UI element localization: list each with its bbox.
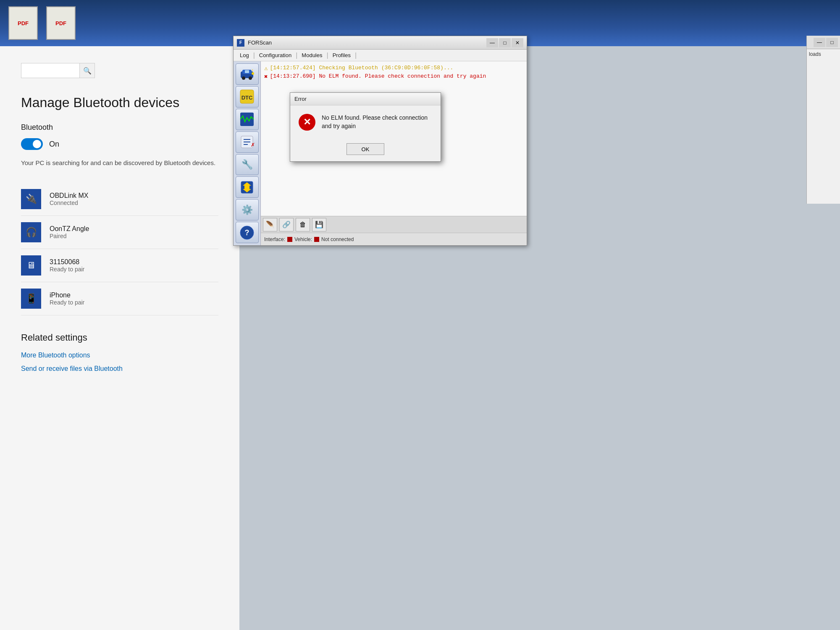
device-info-iphone: iPhone Ready to pair (50, 291, 84, 306)
vehicle-status-square (314, 237, 319, 242)
svg-text:DTC: DTC (242, 94, 253, 101)
svg-point-5 (252, 72, 254, 75)
maximize-button[interactable]: □ (499, 38, 511, 47)
toolbar-btn-trash[interactable]: 🗑 (296, 218, 310, 231)
bluetooth-description: Your PC is searching for and can be disc… (21, 158, 218, 168)
error-dialog: Error ✕ No ELM found. Please check conne… (290, 92, 441, 162)
dialog-body: ✕ No ELM found. Please check connection … (290, 105, 441, 139)
bluetooth-toggle-row: On (21, 138, 218, 150)
close-button[interactable]: ✕ (512, 38, 523, 47)
sidebar-btn-gear[interactable]: ⚙️ (236, 199, 259, 220)
sidebar-btn-waveform[interactable] (236, 109, 259, 130)
search-button[interactable]: 🔍 (80, 63, 95, 78)
svg-text:?: ? (245, 228, 249, 237)
device-name-iphone: iPhone (50, 291, 84, 299)
send-receive-files-link[interactable]: Send or receive files via Bluetooth (21, 365, 218, 373)
forscan-menu-bar: Log | Configuration | Modules | Profiles… (234, 50, 527, 61)
sidebar-btn-help[interactable]: ? (236, 222, 259, 243)
interface-status-square (287, 237, 292, 242)
right-window-controls: — □ (807, 36, 840, 49)
forscan-app-icon: F (237, 39, 244, 47)
svg-text:✗: ✗ (251, 142, 255, 148)
device-status-iphone: Ready to pair (50, 299, 84, 306)
menu-modules[interactable]: Modules (297, 50, 326, 60)
dtc-icon: DTC (239, 89, 255, 105)
svg-point-2 (242, 76, 245, 80)
warn-icon-1: ⚠ (264, 65, 268, 72)
car-icon: ! (239, 66, 255, 82)
device-item-oontz[interactable]: 🎧 OonTZ Angle Paired (21, 216, 218, 249)
sidebar-btn-chip[interactable] (236, 176, 259, 198)
bluetooth-label: Bluetooth (21, 123, 218, 132)
toolbar-btn-feather[interactable]: 🪶 (263, 218, 277, 231)
forscan-titlebar: F FORScan — □ ✕ (234, 36, 527, 50)
device-name-oontz: OonTZ Angle (50, 225, 89, 233)
device-name-obdlink: OBDLink MX (50, 192, 88, 200)
menu-log[interactable]: Log (236, 50, 253, 60)
window-controls: — □ ✕ (486, 38, 523, 47)
svg-rect-4 (245, 70, 249, 73)
device-list: 🔌 OBDLink MX Connected 🎧 OonTZ Angle Pai… (21, 183, 218, 315)
chip-icon (239, 179, 255, 195)
dialog-title: Error (294, 96, 307, 102)
interface-label: Interface: (264, 236, 285, 242)
dialog-titlebar: Error (290, 93, 441, 105)
device-status-oontz: Paired (50, 233, 89, 239)
menu-profiles[interactable]: Profiles (328, 50, 355, 60)
device-status-obdlink: Connected (50, 200, 88, 206)
ok-button[interactable]: OK (346, 143, 384, 155)
log-line-2: ✖ [14:13:27.690] No ELM found. Please ch… (264, 73, 523, 80)
sidebar-btn-checklist[interactable]: ✗ (236, 131, 259, 153)
wrench-icon: 🔧 (239, 157, 255, 173)
right-minimize-button[interactable]: — (814, 38, 825, 47)
toolbar-btn-save[interactable]: 💾 (312, 218, 326, 231)
svg-rect-9 (240, 113, 254, 126)
related-settings-title: Related settings (21, 332, 218, 343)
right-maximize-button[interactable]: □ (826, 38, 838, 47)
not-connected-label: Not connected (321, 236, 354, 242)
waveform-icon (239, 111, 255, 127)
help-icon: ? (239, 225, 255, 241)
sidebar-btn-wrench[interactable]: 🔧 (236, 154, 259, 176)
toggle-state-label: On (49, 140, 59, 149)
device-item-iphone[interactable]: 📱 iPhone Ready to pair (21, 282, 218, 315)
search-input[interactable] (21, 63, 80, 78)
settings-panel: 🔍 Manage Bluetooth devices Bluetooth On … (0, 46, 239, 630)
forscan-statusbar: Interface: Vehicle: Not connected (261, 233, 527, 245)
dialog-buttons: OK (290, 139, 441, 161)
page-title: Manage Bluetooth devices (21, 95, 218, 110)
downloads-label: loads (807, 49, 840, 59)
log-line-1: ⚠ [14:12:57.424] Checking Bluetooth (36:… (264, 65, 523, 72)
sidebar-btn-dtc[interactable]: DTC (236, 86, 259, 108)
device-name-31150068: 31150068 (50, 258, 84, 266)
device-icon-31150068: 🖥 (21, 255, 41, 276)
svg-point-3 (249, 76, 252, 80)
device-status-31150068: Ready to pair (50, 266, 84, 273)
vehicle-label: Vehicle: (294, 236, 312, 242)
device-icon-oontz: 🎧 (21, 222, 41, 242)
device-icon-iphone: 📱 (21, 289, 41, 309)
device-item-31150068[interactable]: 🖥 31150068 Ready to pair (21, 249, 218, 282)
device-icon-obdlink: 🔌 (21, 189, 41, 209)
minimize-button[interactable]: — (486, 38, 498, 47)
more-bluetooth-options-link[interactable]: More Bluetooth options (21, 352, 218, 359)
forscan-toolbar: 🪶 🔗 🗑 💾 (261, 216, 527, 233)
search-row: 🔍 (21, 63, 218, 78)
device-info-obdlink: OBDLink MX Connected (50, 192, 88, 206)
pdf-icon-1[interactable]: PDF (8, 6, 38, 40)
dialog-message: No ELM found. Please check connection an… (322, 114, 432, 130)
device-info-31150068: 31150068 Ready to pair (50, 258, 84, 273)
device-info-oontz: OonTZ Angle Paired (50, 225, 89, 239)
menu-configuration[interactable]: Configuration (255, 50, 296, 60)
device-item-obdlink[interactable]: 🔌 OBDLink MX Connected (21, 183, 218, 216)
forscan-sidebar: ! DTC (234, 61, 261, 245)
log-text-2: [14:13:27.690] No ELM found. Please chec… (270, 73, 486, 79)
checklist-icon: ✗ (239, 134, 255, 150)
error-icon-1: ✖ (264, 73, 268, 80)
pdf-icon-2[interactable]: PDF (46, 6, 76, 40)
error-circle-icon: ✕ (299, 114, 315, 131)
bluetooth-toggle[interactable] (21, 138, 43, 150)
gear-icon: ⚙️ (239, 202, 255, 218)
toolbar-btn-connect[interactable]: 🔗 (279, 218, 294, 231)
sidebar-btn-car[interactable]: ! (236, 63, 259, 85)
